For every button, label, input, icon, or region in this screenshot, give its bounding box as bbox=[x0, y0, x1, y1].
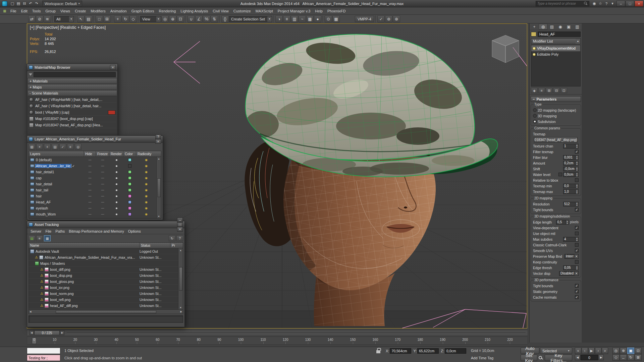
object-color-swatch[interactable] bbox=[531, 32, 536, 37]
layer-freeze-toggle[interactable]: — bbox=[96, 170, 109, 174]
layer-color-cell[interactable] bbox=[123, 188, 136, 192]
previous-frame-button[interactable]: ‹ bbox=[582, 348, 588, 354]
material-item[interactable]: Map #1018347 (boot_disp.png) [cap] bbox=[28, 116, 117, 122]
time-slider-handle[interactable]: 0 / 225 bbox=[34, 330, 60, 335]
align-icon[interactable]: ≡ bbox=[283, 15, 290, 22]
modifier-list-dropdown[interactable]: Modifier List ▼ bbox=[531, 38, 581, 44]
layer-color-cell[interactable] bbox=[123, 194, 136, 198]
classic-catmull-clark-checkbox[interactable] bbox=[575, 243, 579, 247]
layer-radiosity-icon[interactable]: ◉ bbox=[136, 188, 156, 192]
spinner-arrows-icon[interactable]: ▲▼ bbox=[575, 237, 578, 241]
help-icon[interactable]: ? bbox=[603, 1, 609, 7]
layer-freeze-toggle[interactable]: — bbox=[96, 182, 109, 186]
layer-name[interactable]: 0 (default) bbox=[35, 158, 52, 162]
mirror-icon[interactable]: ◑ bbox=[275, 15, 283, 22]
layer-color-swatch[interactable] bbox=[128, 188, 131, 192]
save-file-icon[interactable]: ⊟ bbox=[21, 1, 28, 7]
layer-row[interactable]: Head_AF ✓ — — ◉ bbox=[29, 199, 156, 205]
table-view-icon[interactable]: ▦ bbox=[44, 235, 51, 241]
asset-row[interactable]: ⚠ African_American_Female_Soldier_Head_F… bbox=[29, 254, 178, 260]
pin-stack-icon[interactable]: ◈ bbox=[531, 88, 538, 93]
spinner-arrows-icon[interactable]: ▲▼ bbox=[575, 190, 578, 194]
scrollbar-thumb[interactable] bbox=[179, 267, 182, 291]
layer-name[interactable]: African_Amer...ler_He bbox=[35, 164, 71, 168]
layer-radiosity-icon[interactable]: ◉ bbox=[136, 206, 156, 210]
zoom-all-icon[interactable]: ⊕ bbox=[620, 348, 627, 354]
asset-row[interactable]: ⚠ boot_diff.png Unknown St... bbox=[29, 266, 178, 273]
layer-radiosity-icon[interactable]: ◉ bbox=[136, 158, 156, 162]
pan-icon[interactable]: ↔ bbox=[620, 354, 627, 361]
water-level-checkbox[interactable] bbox=[558, 173, 562, 176]
object-name-field[interactable]: Head_AF bbox=[538, 32, 581, 37]
scroll-right-icon[interactable]: ▶ bbox=[180, 310, 182, 313]
layer-radiosity-icon[interactable]: ◉ bbox=[136, 213, 156, 216]
layer-freeze-toggle[interactable]: — bbox=[96, 188, 109, 192]
select-and-manipulate-icon[interactable]: ⊕ bbox=[169, 15, 176, 22]
motion-tab[interactable]: ◉ bbox=[556, 24, 565, 29]
close-button[interactable]: × bbox=[110, 65, 116, 70]
asset-column-header[interactable]: Status bbox=[140, 243, 170, 248]
layer-column-header[interactable]: Hide bbox=[84, 151, 96, 157]
layer-column-header[interactable]: Color bbox=[123, 151, 136, 157]
render-production-icon[interactable]: ⊚ bbox=[385, 15, 392, 22]
asset-row[interactable]: ⚠ boot_disp.png Unknown St... bbox=[29, 273, 178, 279]
select-and-rotate-icon[interactable]: ↻ bbox=[122, 15, 129, 22]
asset-column-header[interactable]: Pr bbox=[170, 243, 178, 248]
dialog-title-bar[interactable]: Asset Tracking –□× bbox=[27, 221, 184, 228]
layer-column-header[interactable]: Render bbox=[109, 151, 123, 157]
menu-item[interactable]: PhoenixFD bbox=[325, 7, 348, 15]
view-dependent-checkbox[interactable] bbox=[575, 226, 579, 230]
layer-row[interactable]: cap ✓ — — ◉ bbox=[29, 175, 156, 181]
selection-lock-toggle[interactable] bbox=[376, 350, 381, 354]
layer-color-cell[interactable] bbox=[123, 182, 136, 186]
asset-vertical-scrollbar[interactable]: ▲▼ bbox=[178, 248, 183, 309]
texmap-button[interactable]: 018347 (head_AF_disp.png) bbox=[534, 137, 578, 142]
reference-coordinate-dropdown[interactable]: View▼ bbox=[140, 16, 161, 22]
layer-hide-toggle[interactable]: — bbox=[84, 176, 96, 180]
asset-menu-item[interactable]: File bbox=[43, 229, 53, 233]
maximize-button[interactable]: □ bbox=[177, 222, 183, 227]
asset-row[interactable]: ⚠ boot_gloss.png Unknown St... bbox=[29, 279, 178, 285]
help-menu-arrow-icon[interactable]: ▾ bbox=[609, 1, 615, 7]
menu-item[interactable]: File bbox=[8, 7, 19, 15]
close-button[interactable]: × bbox=[635, 1, 643, 7]
layer-hide-toggle[interactable]: — bbox=[84, 213, 96, 216]
frame-back-button[interactable]: ◀ bbox=[575, 355, 580, 360]
layer-color-swatch[interactable] bbox=[128, 176, 131, 180]
spinner-arrows-icon[interactable]: ▲▼ bbox=[575, 156, 578, 160]
layer-color-swatch[interactable] bbox=[128, 194, 131, 198]
layer-name[interactable]: cap bbox=[35, 176, 42, 180]
layer-color-cell[interactable] bbox=[123, 206, 136, 210]
layer-row[interactable]: hair ✓ — — ◉ bbox=[29, 193, 156, 199]
menu-item[interactable]: Rendering bbox=[157, 7, 178, 15]
layer-color-swatch[interactable] bbox=[128, 158, 131, 162]
minimize-button[interactable]: – bbox=[177, 218, 183, 222]
layer-row[interactable]: hair_detail ✓ — — ◉ bbox=[29, 181, 156, 187]
asset-horizontal-scrollbar[interactable]: ◀▶ bbox=[29, 309, 183, 314]
layer-radiosity-icon[interactable]: ◉ bbox=[136, 182, 156, 186]
maximize-viewport-icon[interactable]: ⊠ bbox=[635, 354, 642, 361]
preserve-map-borders-dropdown[interactable]: Interr▼ bbox=[565, 254, 579, 259]
layer-freeze-toggle[interactable]: — bbox=[96, 194, 109, 198]
material-editor-icon[interactable]: ● bbox=[314, 15, 321, 22]
layer-hide-toggle[interactable]: — bbox=[84, 188, 96, 192]
render-setup-icon[interactable]: ⊙ bbox=[325, 15, 332, 22]
layer-row[interactable]: 0 (default) ✓ — — ◉ bbox=[29, 157, 156, 163]
maxscript-listener-pink[interactable]: Testing for ; bbox=[27, 355, 60, 361]
spinner-arrows-icon[interactable]: ▲▼ bbox=[575, 144, 578, 148]
delete-layer-icon[interactable]: × bbox=[36, 144, 43, 150]
layer-freeze-toggle[interactable]: — bbox=[96, 164, 109, 168]
select-and-move-icon[interactable]: + bbox=[114, 15, 121, 22]
previous-frame-arrow[interactable]: ◀ bbox=[30, 330, 34, 335]
refresh-icon[interactable]: ↻ bbox=[169, 235, 175, 241]
minimize-button[interactable]: – bbox=[616, 1, 625, 7]
filter-texmap-checkbox[interactable] bbox=[575, 150, 579, 154]
filter-funnel-icon[interactable] bbox=[29, 73, 32, 76]
material-section-bar[interactable]: - Scene Materials bbox=[28, 90, 117, 96]
named-selection-sets-combo[interactable]: Create Selection Set▼ bbox=[229, 16, 272, 22]
material-section-bar[interactable]: + Maps bbox=[28, 84, 117, 90]
shift-spinner[interactable]: -0,0cm▲▼ bbox=[563, 167, 579, 171]
layer-hide-toggle[interactable]: — bbox=[84, 158, 96, 162]
configure-modifier-sets-icon[interactable]: ⊡ bbox=[560, 88, 567, 93]
scroll-up-icon[interactable]: ▲ bbox=[179, 249, 182, 251]
